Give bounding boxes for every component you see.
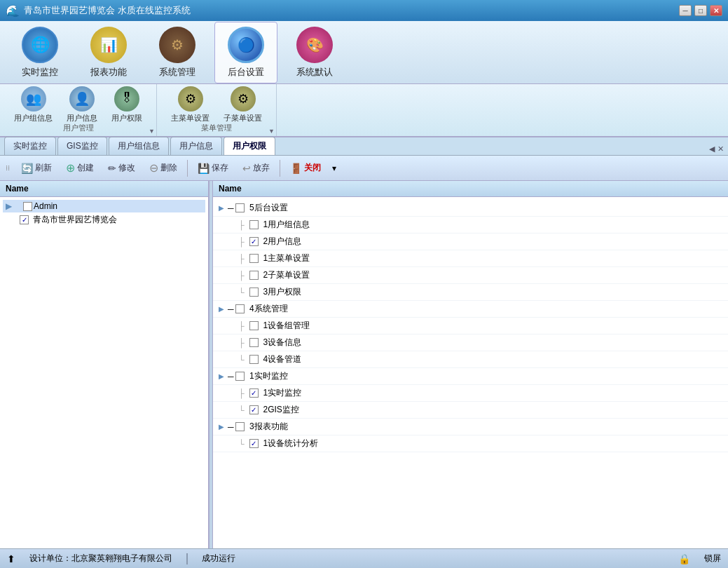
userperm-item-checkbox[interactable] <box>249 288 259 297</box>
refresh-icon: 🔄 <box>21 163 33 174</box>
tree-row-realtime-node[interactable]: ▶ ─ 1实时监控 <box>213 368 728 385</box>
tab-userinfo[interactable]: 用户信息 <box>170 137 222 155</box>
usergroup-label: 用户组信息 <box>14 113 53 123</box>
tree-row-submenu-item[interactable]: ├ 2子菜单设置 <box>213 267 728 284</box>
tab-usergroup[interactable]: 用户组信息 <box>109 137 169 155</box>
menu-management-group: ⚙ 主菜单设置 ⚙ 子菜单设置 菜单管理 ▼ <box>157 84 277 136</box>
devgroup-line: ├ <box>238 321 245 331</box>
admin-label: Admin <box>34 201 57 211</box>
tab-nav-forward[interactable]: ✕ <box>717 144 724 154</box>
submenu-item-checkbox[interactable] <box>249 271 259 280</box>
devgroup-checkbox[interactable] <box>249 321 259 330</box>
tree-row-admin[interactable]: ▶ Admin <box>3 200 205 212</box>
maximize-button[interactable]: □ <box>694 5 707 16</box>
tree-row-userinfo-item[interactable]: ├ ✓ 2用户信息 <box>213 234 728 250</box>
delete-icon: ⊖ <box>149 161 158 175</box>
toolbar-realtime[interactable]: 🌐 实时监控 <box>8 22 71 83</box>
userperm-btn[interactable]: 🎖 用户权限 <box>106 83 148 126</box>
minimize-button[interactable]: ─ <box>679 5 692 16</box>
tab-userperm[interactable]: 用户权限 <box>224 137 275 155</box>
toolbar-backend[interactable]: 🔵 后台设置 <box>214 22 277 83</box>
userinfo-item-checkbox[interactable]: ✓ <box>249 237 259 246</box>
delete-button[interactable]: ⊖ 删除 <box>144 159 183 177</box>
report-node-checkbox[interactable] <box>235 422 245 431</box>
save-button[interactable]: 💾 保存 <box>192 160 234 176</box>
backend-node-label: 5后台设置 <box>249 202 288 214</box>
discard-button[interactable]: ↩ 放弃 <box>237 160 275 176</box>
tab-realtime[interactable]: 实时监控 <box>4 137 56 155</box>
close-button[interactable]: 🚪 关闭 <box>284 160 327 176</box>
tree-row-usergroup-item[interactable]: ├ 1用户组信息 <box>213 217 728 234</box>
edit-button[interactable]: ✏ 修改 <box>102 160 141 176</box>
tree-row-devgroup[interactable]: ├ 1设备组管理 <box>213 318 728 334</box>
tree-row-mainmenu-item[interactable]: ├ 1主菜单设置 <box>213 250 728 267</box>
usergroup-item-label: 1用户组信息 <box>263 219 310 231</box>
refresh-label: 刷新 <box>35 162 52 174</box>
submenu-btn[interactable]: ⚙ 子菜单设置 <box>218 83 268 126</box>
gis-sub-label: 2GIS监控 <box>263 404 299 416</box>
devchannel-checkbox[interactable] <box>249 355 259 364</box>
tree-row-userperm-item[interactable]: └ 3用户权限 <box>213 284 728 301</box>
sysmgr-node-arrow: ▶ <box>219 305 226 313</box>
create-icon: ⊕ <box>66 161 75 175</box>
refresh-button[interactable]: 🔄 刷新 <box>15 160 57 176</box>
submenu-item-label: 2子菜单设置 <box>263 269 310 281</box>
tree-row-report-node[interactable]: ▶ ─ 3报表功能 <box>213 419 728 435</box>
toolbar-system[interactable]: ⚙ 系统管理 <box>146 22 209 83</box>
realtime-icon: 🌐 <box>22 27 58 63</box>
tree-row-gis-sub[interactable]: └ ✓ 2GIS监控 <box>213 402 728 419</box>
gis-sub-line: └ <box>238 405 245 415</box>
action-separator-1 <box>187 160 188 177</box>
close-dropdown[interactable]: ▾ <box>332 163 336 173</box>
admin-checkbox[interactable] <box>23 202 32 211</box>
left-tree: ▶ Admin ✓ 青岛市世界园艺博览会 <box>0 197 208 548</box>
sysmgr-checkbox[interactable] <box>235 304 245 313</box>
tree-row-realtime-sub[interactable]: ├ ✓ 1实时监控 <box>213 385 728 402</box>
gis-sub-checkbox[interactable]: ✓ <box>249 405 259 414</box>
left-panel-header: Name <box>0 181 208 197</box>
tab-nav-back[interactable]: ◀ <box>709 144 715 154</box>
devinfo-checkbox[interactable] <box>249 338 259 347</box>
toolbar-report[interactable]: 📊 报表功能 <box>77 22 140 83</box>
toolbar-default[interactable]: 🎨 系统默认 <box>283 22 346 83</box>
secondary-toolbar: 👥 用户组信息 👤 用户信息 🎖 用户权限 用户管理 ▼ ⚙ 主菜单设置 ⚙ 子… <box>0 84 728 137</box>
mainmenu-btn[interactable]: ⚙ 主菜单设置 <box>165 83 215 126</box>
realtime-node-checkbox[interactable] <box>235 372 245 381</box>
devstat-checkbox[interactable]: ✓ <box>249 439 259 448</box>
userperm-label: 用户权限 <box>111 113 142 123</box>
close-window-button[interactable]: ✕ <box>710 5 722 16</box>
tree-row-devchannel[interactable]: └ 4设备管道 <box>213 351 728 368</box>
system-icon: ⚙ <box>159 27 195 63</box>
realtime-sub-checkbox[interactable]: ✓ <box>249 388 259 398</box>
realtime-label: 实时监控 <box>22 66 58 79</box>
sysmgr-expand-line: ─ <box>228 304 233 314</box>
lock-label[interactable]: 锁屏 <box>704 553 721 564</box>
tree-row-devinfo[interactable]: ├ 3设备信息 <box>213 334 728 351</box>
usergroup-item-checkbox[interactable] <box>249 220 259 229</box>
mainmenu-item-checkbox[interactable] <box>249 254 259 263</box>
system-label: 系统管理 <box>159 66 195 79</box>
devinfo-line: ├ <box>238 338 245 348</box>
user-management-group: 👥 用户组信息 👤 用户信息 🎖 用户权限 用户管理 ▼ <box>0 84 157 136</box>
main-toolbar: 🌐 实时监控 📊 报表功能 ⚙ 系统管理 🔵 后台设置 🎨 系统默认 <box>0 21 728 84</box>
status-text: 成功运行 <box>202 553 235 564</box>
submenu-line: ├ <box>238 271 245 280</box>
tab-gis[interactable]: GIS监控 <box>57 137 107 155</box>
title-bar: 🌊 青岛市世界园艺博览会 水质在线监控系统 ─ □ ✕ <box>0 0 728 21</box>
devgroup-label: 1设备组管理 <box>263 320 310 332</box>
save-icon: 💾 <box>198 163 210 174</box>
usergroup-btn[interactable]: 👥 用户组信息 <box>8 83 58 126</box>
tree-row-backend[interactable]: ▶ ─ 5后台设置 <box>213 200 728 217</box>
status-bar: ⬆ 设计单位：北京聚英翱翔电子有限公司 成功运行 🔒 锁屏 <box>0 548 728 568</box>
backend-checkbox[interactable] <box>235 203 245 212</box>
tree-row-devstat[interactable]: └ ✓ 1设备统计分析 <box>213 435 728 452</box>
qingdao-checkbox[interactable]: ✓ <box>20 215 29 224</box>
menu-management-label: 菜单管理 <box>157 123 276 133</box>
status-separator-1 <box>186 553 188 564</box>
tree-row-sysmgr[interactable]: ▶ ─ 4系统管理 <box>213 301 728 318</box>
tree-row-qingdao[interactable]: ✓ 青岛市世界园艺博览会 <box>3 212 205 227</box>
userinfo-label: 用户信息 <box>67 113 97 123</box>
create-button[interactable]: ⊕ 创建 <box>60 159 99 177</box>
tab-bar: 实时监控 GIS监控 用户组信息 用户信息 用户权限 ◀ ✕ <box>0 137 728 156</box>
userinfo-btn[interactable]: 👤 用户信息 <box>61 83 103 126</box>
